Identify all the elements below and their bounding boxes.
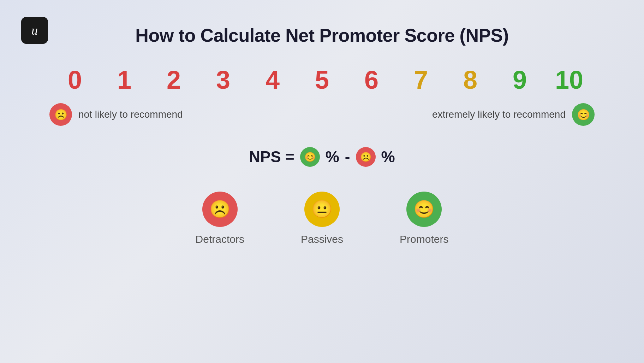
categories-row: ☹️Detractors😐Passives😊Promoters	[196, 192, 449, 245]
label-right-container: extremely likely to recommend 😊	[432, 103, 595, 126]
passives-label: Passives	[301, 233, 343, 245]
label-right-text: extremely likely to recommend	[432, 109, 566, 120]
promoters-icon: 😊	[406, 192, 442, 227]
score-6: 6	[347, 67, 396, 93]
page-title: How to Calculate Net Promoter Score (NPS…	[135, 25, 508, 46]
score-row: 012345678910	[28, 67, 616, 93]
formula-promoter-icon: 😊	[300, 147, 320, 167]
formula-detractor-icon: ☹️	[356, 147, 376, 167]
score-1: 1	[100, 67, 149, 93]
category-detractors: ☹️Detractors	[196, 192, 244, 245]
formula-percent2: %	[381, 148, 395, 166]
score-0: 0	[50, 67, 100, 93]
score-8: 8	[446, 67, 495, 93]
promoters-label: Promoters	[400, 233, 448, 245]
detractors-icon: ☹️	[202, 192, 238, 227]
nps-formula: NPS = 😊 % - ☹️ %	[249, 147, 395, 167]
formula-nps-label: NPS =	[249, 148, 294, 166]
score-9: 9	[495, 67, 544, 93]
formula-percent1: %	[326, 148, 339, 166]
happy-face-icon: 😊	[572, 103, 595, 126]
page: u How to Calculate Net Promoter Score (N…	[0, 0, 644, 363]
score-7: 7	[396, 67, 446, 93]
logo: u	[21, 17, 48, 44]
passives-icon: 😐	[304, 192, 340, 227]
formula-minus: -	[345, 148, 350, 166]
labels-row: ☹️ not likely to recommend extremely lik…	[28, 103, 616, 126]
score-3: 3	[198, 67, 248, 93]
detractors-label: Detractors	[196, 233, 244, 245]
label-left-container: ☹️ not likely to recommend	[49, 103, 183, 126]
score-4: 4	[248, 67, 297, 93]
category-passives: 😐Passives	[301, 192, 343, 245]
label-left-text: not likely to recommend	[78, 109, 183, 120]
sad-face-icon: ☹️	[49, 103, 72, 126]
score-10: 10	[544, 67, 594, 93]
score-2: 2	[149, 67, 198, 93]
score-5: 5	[297, 67, 347, 93]
category-promoters: 😊Promoters	[400, 192, 448, 245]
logo-text: u	[31, 23, 38, 38]
